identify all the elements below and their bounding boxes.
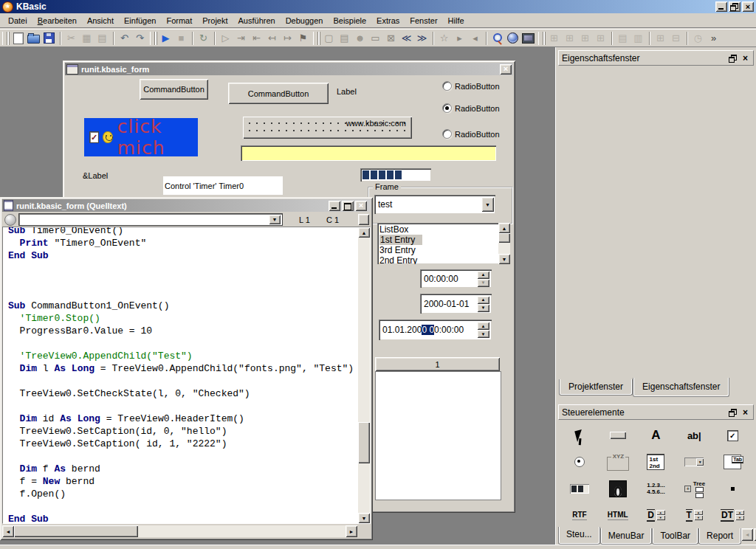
spin-up-icon[interactable]: ▲: [477, 322, 489, 330]
commandbutton-2[interactable]: CommandButton: [228, 83, 329, 104]
outdent-icon[interactable]: ≪: [399, 31, 414, 46]
toolbar-handle[interactable]: [538, 32, 543, 45]
step-into-icon[interactable]: ⇥: [233, 31, 249, 46]
checkbox-checked-icon[interactable]: ✓: [89, 131, 99, 143]
form-designer-titlebar[interactable]: runit.kbasic_form ×: [65, 63, 513, 75]
menu-item-fenster[interactable]: Fenster: [405, 14, 442, 27]
scroll-up-icon[interactable]: ▲: [358, 227, 370, 238]
toolbox-combobox-tool[interactable]: ▼: [675, 449, 713, 475]
table-column-header[interactable]: 1: [375, 357, 500, 371]
menu-item-hilfe[interactable]: Hilfe: [443, 14, 470, 27]
grid-icon[interactable]: [358, 214, 369, 225]
spin-down-icon[interactable]: ▼: [477, 330, 489, 338]
toolbar-handle[interactable]: [2, 32, 7, 45]
toolbox-listbox-tool[interactable]: 1st2nd: [637, 449, 676, 475]
kbasic-link-control[interactable]: www.kbasic.com: [243, 117, 412, 139]
step-out-icon[interactable]: ↤: [264, 31, 280, 46]
tab-projektfenster[interactable]: Projektfenster: [559, 379, 633, 396]
toolbox-radiobutton-tool[interactable]: [560, 449, 599, 475]
properties-panel-header[interactable]: Eigenschaftsfenster ×: [558, 50, 754, 66]
tab-scroll-left-icon[interactable]: ◄: [741, 528, 753, 541]
chevron-down-icon[interactable]: ▼: [481, 197, 494, 212]
listbox-scrollbar[interactable]: ▲ ▼: [498, 223, 510, 264]
scrollbar-thumb[interactable]: [358, 422, 370, 463]
step-over-icon[interactable]: ⇤: [249, 31, 264, 46]
menu-item-debuggen[interactable]: Debuggen: [281, 14, 329, 27]
toolbox-htmlview-tool[interactable]: HTML: [599, 502, 637, 528]
scroll-down-icon[interactable]: ▼: [358, 513, 370, 523]
spin-down-icon[interactable]: ▼: [477, 279, 489, 287]
uncomment-block-icon[interactable]: ⊠: [383, 31, 399, 46]
listbox-item[interactable]: 3rd Entry: [379, 245, 498, 255]
layout-grid-3-icon[interactable]: ⊞: [577, 31, 593, 46]
menu-item-projekt[interactable]: Projekt: [197, 14, 233, 27]
preview-icon[interactable]: [520, 31, 536, 46]
split-horizontal-icon[interactable]: ▤: [615, 31, 630, 46]
procedure-combobox[interactable]: ▼: [18, 213, 283, 226]
code-vertical-scrollbar[interactable]: ▲ ▼: [358, 227, 370, 523]
open-file-icon[interactable]: [26, 31, 41, 46]
listbox-control[interactable]: ListBox1st Entry3rd Entry2nd Entry ▲ ▼: [377, 223, 510, 264]
app-titlebar[interactable]: ★ KBasic ×: [0, 0, 756, 13]
toolbox-listview-tool[interactable]: 1.2.3...4.5.6...: [637, 475, 676, 502]
menu-item-beispiele[interactable]: Beispiele: [328, 14, 371, 27]
toolbox-datetimepicker-tool[interactable]: DT▲▼: [713, 502, 752, 528]
save-file-icon[interactable]: [41, 31, 57, 46]
frame-combobox[interactable]: test ▼: [374, 195, 495, 214]
timer-control[interactable]: Control 'Timer' Timer0: [163, 176, 283, 195]
close-panel-icon[interactable]: ×: [740, 54, 750, 63]
spin-up-icon[interactable]: ▲: [477, 271, 489, 279]
cut-icon[interactable]: ✂: [63, 31, 79, 46]
scroll-down-icon[interactable]: ▼: [498, 254, 510, 264]
scrollbar-thumb[interactable]: [14, 525, 138, 537]
radiobutton-1[interactable]: RadioButton: [442, 81, 500, 91]
comment-block-icon[interactable]: ▭: [368, 31, 383, 46]
chevron-down-icon[interactable]: ▼: [269, 215, 281, 224]
window-object-view-icon[interactable]: ☻: [352, 31, 368, 46]
run-form-icon[interactable]: ▷: [218, 31, 233, 46]
split-vertical-icon[interactable]: ▥: [630, 31, 646, 46]
layout-grid-2-icon[interactable]: ⊞: [562, 31, 577, 46]
float-panel-icon[interactable]: [728, 408, 738, 417]
amp-label[interactable]: &Label: [83, 171, 108, 180]
toolbox-commandbutton-tool[interactable]: [599, 422, 637, 449]
code-editor-titlebar[interactable]: runit.kbasic_form (Quelltext) ×: [2, 199, 371, 212]
step-to-cursor-icon[interactable]: ↦: [280, 31, 295, 46]
code-minimize-button[interactable]: [329, 201, 340, 211]
tab-toolbar[interactable]: ToolBar: [652, 528, 698, 545]
toolbox-textbox-tool[interactable]: ab|: [675, 422, 713, 449]
close-button[interactable]: ×: [742, 1, 754, 12]
window-form-view-icon[interactable]: ▢: [321, 31, 337, 46]
menu-item-format[interactable]: Format: [161, 14, 197, 27]
tab-steu[interactable]: Steu...: [558, 527, 600, 545]
toolbox-image-tool[interactable]: [599, 475, 637, 502]
menu-item-ausf-hren[interactable]: Ausführen: [233, 14, 281, 27]
toolbox-richtext-tool[interactable]: RTF: [560, 502, 599, 528]
tab-eigenschaftsfenster[interactable]: Eigenschaftsfenster: [633, 378, 729, 397]
undo-icon[interactable]: ↶: [117, 31, 132, 46]
listbox-item[interactable]: 1st Entry: [379, 235, 422, 245]
toolbox-label-tool[interactable]: A: [637, 422, 676, 449]
toolbar-overflow-icon[interactable]: »: [706, 31, 721, 46]
minimize-button[interactable]: [715, 1, 727, 12]
window-code-view-icon[interactable]: ▤: [337, 31, 352, 46]
code-horizontal-scrollbar[interactable]: ◄ ►: [2, 525, 357, 537]
commandbutton-1[interactable]: CommandButton: [140, 79, 208, 100]
scrollbar-thumb[interactable]: [498, 233, 510, 243]
indent-icon[interactable]: ≫: [414, 31, 430, 46]
copy-icon[interactable]: ▦: [79, 31, 94, 46]
search-icon[interactable]: [489, 31, 505, 46]
menu-item-ansicht[interactable]: Ansicht: [82, 14, 119, 27]
paste-icon[interactable]: ▤: [94, 31, 110, 46]
toolbox-datepicker-tool[interactable]: D▲▼: [637, 502, 676, 528]
toolbox-tabcontrol-tool[interactable]: Tab: [713, 449, 752, 475]
prev-bookmark-icon[interactable]: ◂: [467, 31, 483, 46]
menu-item-einf-gen[interactable]: Einfügen: [119, 14, 161, 27]
scroll-right-icon[interactable]: ►: [346, 525, 357, 537]
toolbox-pointer-tool[interactable]: [560, 422, 599, 449]
toolbox-progressbar-tool[interactable]: [560, 475, 599, 502]
scroll-up-icon[interactable]: ▲: [498, 223, 510, 233]
layout-grid-4-icon[interactable]: ⊞: [593, 31, 608, 46]
layout-grid-1-icon[interactable]: ⊞: [546, 31, 562, 46]
scroll-left-icon[interactable]: ◄: [2, 525, 14, 537]
